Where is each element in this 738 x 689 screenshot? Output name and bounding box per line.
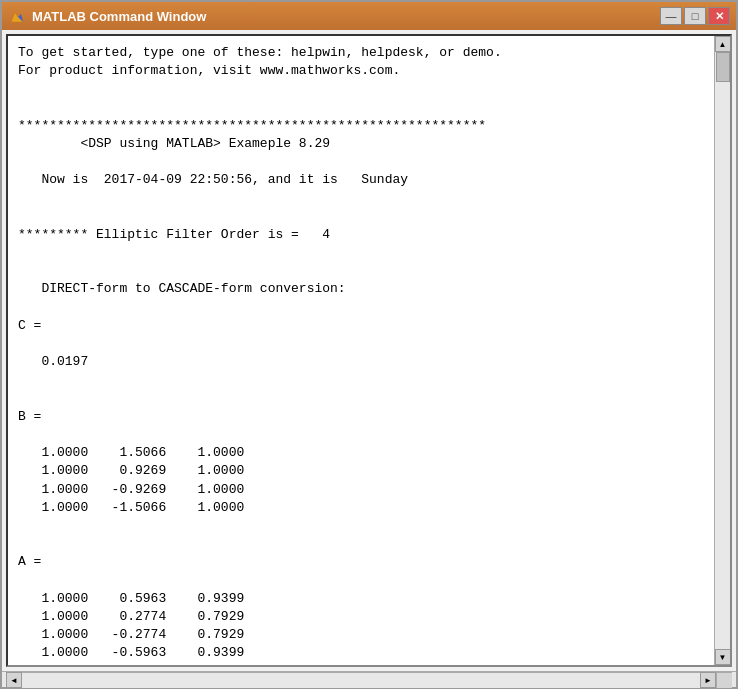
close-button[interactable]: ✕ <box>708 7 730 25</box>
scroll-right-button[interactable]: ► <box>700 672 716 688</box>
scroll-thumb-v[interactable] <box>716 52 730 82</box>
content-area: To get started, type one of these: helpw… <box>6 34 732 667</box>
vertical-scrollbar[interactable]: ▲ ▼ <box>714 36 730 665</box>
horizontal-scrollbar[interactable]: ◄ ► <box>6 672 716 688</box>
terminal-output[interactable]: To get started, type one of these: helpw… <box>8 36 714 665</box>
matlab-icon <box>8 7 26 25</box>
scroll-left-button[interactable]: ◄ <box>6 672 22 688</box>
maximize-button[interactable]: □ <box>684 7 706 25</box>
window-controls: — □ ✕ <box>660 7 730 25</box>
matlab-window: MATLAB Command Window — □ ✕ To get start… <box>0 0 738 689</box>
title-bar: MATLAB Command Window — □ ✕ <box>2 2 736 30</box>
minimize-button[interactable]: — <box>660 7 682 25</box>
scroll-down-button[interactable]: ▼ <box>715 649 731 665</box>
scrollbar-corner <box>716 672 732 688</box>
scroll-track-v[interactable] <box>715 52 730 649</box>
scroll-up-button[interactable]: ▲ <box>715 36 731 52</box>
bottom-bar: ◄ ► <box>2 671 736 687</box>
scroll-track-h[interactable] <box>22 673 700 688</box>
window-title: MATLAB Command Window <box>32 9 660 24</box>
